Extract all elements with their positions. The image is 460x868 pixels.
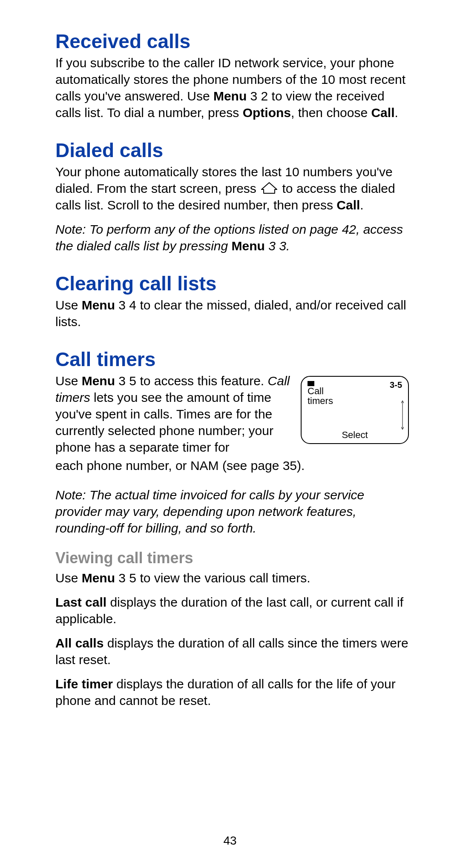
send-key-icon (260, 182, 279, 195)
body-dialed-calls: Your phone automatically stores the last… (55, 163, 409, 213)
svg-marker-0 (262, 183, 277, 193)
viewing-last-call: Last call displays the duration of the l… (55, 594, 409, 627)
section-dialed-calls: Dialed calls Your phone automatically st… (55, 139, 409, 254)
section-call-timers: Call timers Use Menu 3 5 to access this … (55, 348, 409, 709)
subheading-viewing-call-timers: Viewing call timers (55, 549, 409, 567)
screen-menu-number: 3-5 (390, 380, 402, 390)
heading-clearing-call-lists: Clearing call lists (55, 272, 409, 295)
section-clearing-call-lists: Clearing call lists Use Menu 3 4 to clea… (55, 272, 409, 330)
call-timers-intro-continued: each phone number, or NAM (see page 35). (55, 457, 409, 474)
screen-scrollbar-icon (401, 400, 404, 430)
page-number: 43 (0, 834, 460, 848)
viewing-all-calls: All calls displays the duration of all c… (55, 635, 409, 668)
section-received-calls: Received calls If you subscribe to the c… (55, 30, 409, 121)
manual-page: Received calls If you subscribe to the c… (0, 0, 460, 868)
call-timers-intro-text: Use Menu 3 5 to access this feature. Cal… (55, 372, 291, 455)
call-timers-intro-row: Use Menu 3 5 to access this feature. Cal… (55, 372, 409, 455)
note-call-timers: Note: The actual time invoiced for calls… (55, 487, 409, 536)
screen-title: Call timers (308, 386, 333, 406)
heading-call-timers: Call timers (55, 348, 409, 371)
heading-dialed-calls: Dialed calls (55, 139, 409, 162)
body-received-calls: If you subscribe to the caller ID networ… (55, 54, 409, 121)
body-clearing-call-lists: Use Menu 3 4 to clear the missed, dialed… (55, 297, 409, 330)
screen-softkey-label: Select (302, 430, 408, 441)
heading-received-calls: Received calls (55, 30, 409, 53)
phone-screen-illustration: 3-5 Call timers Select (301, 376, 409, 444)
viewing-life-timer: Life timer displays the duration of all … (55, 676, 409, 709)
viewing-intro: Use Menu 3 5 to view the various call ti… (55, 570, 409, 586)
note-dialed-calls: Note: To perform any of the options list… (55, 221, 409, 254)
